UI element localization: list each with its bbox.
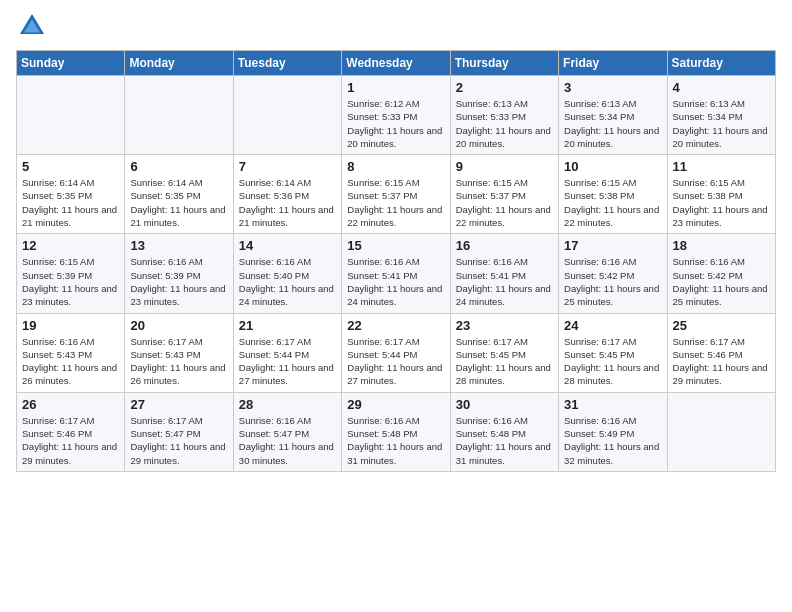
calendar-cell: 19Sunrise: 6:16 AMSunset: 5:43 PMDayligh… bbox=[17, 313, 125, 392]
day-number: 7 bbox=[239, 159, 336, 174]
day-info: Sunrise: 6:16 AMSunset: 5:42 PMDaylight:… bbox=[564, 255, 661, 308]
calendar-cell: 13Sunrise: 6:16 AMSunset: 5:39 PMDayligh… bbox=[125, 234, 233, 313]
calendar-cell: 25Sunrise: 6:17 AMSunset: 5:46 PMDayligh… bbox=[667, 313, 775, 392]
calendar-table: SundayMondayTuesdayWednesdayThursdayFrid… bbox=[16, 50, 776, 472]
calendar-week-3: 12Sunrise: 6:15 AMSunset: 5:39 PMDayligh… bbox=[17, 234, 776, 313]
day-number: 1 bbox=[347, 80, 444, 95]
calendar-cell: 5Sunrise: 6:14 AMSunset: 5:35 PMDaylight… bbox=[17, 155, 125, 234]
day-number: 27 bbox=[130, 397, 227, 412]
day-number: 24 bbox=[564, 318, 661, 333]
calendar-cell: 31Sunrise: 6:16 AMSunset: 5:49 PMDayligh… bbox=[559, 392, 667, 471]
day-number: 18 bbox=[673, 238, 770, 253]
calendar-cell: 20Sunrise: 6:17 AMSunset: 5:43 PMDayligh… bbox=[125, 313, 233, 392]
day-number: 4 bbox=[673, 80, 770, 95]
calendar-week-5: 26Sunrise: 6:17 AMSunset: 5:46 PMDayligh… bbox=[17, 392, 776, 471]
day-number: 15 bbox=[347, 238, 444, 253]
calendar-cell: 23Sunrise: 6:17 AMSunset: 5:45 PMDayligh… bbox=[450, 313, 558, 392]
day-number: 5 bbox=[22, 159, 119, 174]
day-number: 10 bbox=[564, 159, 661, 174]
day-info: Sunrise: 6:15 AMSunset: 5:38 PMDaylight:… bbox=[673, 176, 770, 229]
day-info: Sunrise: 6:17 AMSunset: 5:43 PMDaylight:… bbox=[130, 335, 227, 388]
calendar-cell: 14Sunrise: 6:16 AMSunset: 5:40 PMDayligh… bbox=[233, 234, 341, 313]
day-number: 9 bbox=[456, 159, 553, 174]
day-info: Sunrise: 6:16 AMSunset: 5:40 PMDaylight:… bbox=[239, 255, 336, 308]
day-number: 28 bbox=[239, 397, 336, 412]
calendar-cell: 27Sunrise: 6:17 AMSunset: 5:47 PMDayligh… bbox=[125, 392, 233, 471]
weekday-header-thursday: Thursday bbox=[450, 51, 558, 76]
weekday-header-row: SundayMondayTuesdayWednesdayThursdayFrid… bbox=[17, 51, 776, 76]
day-info: Sunrise: 6:12 AMSunset: 5:33 PMDaylight:… bbox=[347, 97, 444, 150]
day-number: 21 bbox=[239, 318, 336, 333]
weekday-header-wednesday: Wednesday bbox=[342, 51, 450, 76]
calendar-cell bbox=[125, 76, 233, 155]
day-info: Sunrise: 6:16 AMSunset: 5:48 PMDaylight:… bbox=[347, 414, 444, 467]
day-info: Sunrise: 6:16 AMSunset: 5:49 PMDaylight:… bbox=[564, 414, 661, 467]
weekday-header-tuesday: Tuesday bbox=[233, 51, 341, 76]
day-info: Sunrise: 6:17 AMSunset: 5:44 PMDaylight:… bbox=[239, 335, 336, 388]
day-number: 22 bbox=[347, 318, 444, 333]
day-number: 3 bbox=[564, 80, 661, 95]
calendar-cell: 22Sunrise: 6:17 AMSunset: 5:44 PMDayligh… bbox=[342, 313, 450, 392]
day-info: Sunrise: 6:14 AMSunset: 5:36 PMDaylight:… bbox=[239, 176, 336, 229]
calendar-cell: 21Sunrise: 6:17 AMSunset: 5:44 PMDayligh… bbox=[233, 313, 341, 392]
day-info: Sunrise: 6:16 AMSunset: 5:42 PMDaylight:… bbox=[673, 255, 770, 308]
day-number: 8 bbox=[347, 159, 444, 174]
day-info: Sunrise: 6:15 AMSunset: 5:37 PMDaylight:… bbox=[347, 176, 444, 229]
day-number: 14 bbox=[239, 238, 336, 253]
calendar-cell: 12Sunrise: 6:15 AMSunset: 5:39 PMDayligh… bbox=[17, 234, 125, 313]
day-info: Sunrise: 6:14 AMSunset: 5:35 PMDaylight:… bbox=[130, 176, 227, 229]
calendar-cell: 18Sunrise: 6:16 AMSunset: 5:42 PMDayligh… bbox=[667, 234, 775, 313]
calendar-cell bbox=[667, 392, 775, 471]
calendar-cell: 2Sunrise: 6:13 AMSunset: 5:33 PMDaylight… bbox=[450, 76, 558, 155]
day-number: 23 bbox=[456, 318, 553, 333]
day-number: 26 bbox=[22, 397, 119, 412]
day-number: 12 bbox=[22, 238, 119, 253]
calendar-week-4: 19Sunrise: 6:16 AMSunset: 5:43 PMDayligh… bbox=[17, 313, 776, 392]
calendar-cell: 9Sunrise: 6:15 AMSunset: 5:37 PMDaylight… bbox=[450, 155, 558, 234]
day-number: 31 bbox=[564, 397, 661, 412]
weekday-header-monday: Monday bbox=[125, 51, 233, 76]
day-number: 2 bbox=[456, 80, 553, 95]
day-info: Sunrise: 6:14 AMSunset: 5:35 PMDaylight:… bbox=[22, 176, 119, 229]
calendar-cell: 17Sunrise: 6:16 AMSunset: 5:42 PMDayligh… bbox=[559, 234, 667, 313]
calendar-cell: 4Sunrise: 6:13 AMSunset: 5:34 PMDaylight… bbox=[667, 76, 775, 155]
day-number: 17 bbox=[564, 238, 661, 253]
day-info: Sunrise: 6:17 AMSunset: 5:47 PMDaylight:… bbox=[130, 414, 227, 467]
calendar-cell: 10Sunrise: 6:15 AMSunset: 5:38 PMDayligh… bbox=[559, 155, 667, 234]
day-info: Sunrise: 6:15 AMSunset: 5:39 PMDaylight:… bbox=[22, 255, 119, 308]
calendar-cell: 3Sunrise: 6:13 AMSunset: 5:34 PMDaylight… bbox=[559, 76, 667, 155]
weekday-header-friday: Friday bbox=[559, 51, 667, 76]
calendar-cell: 15Sunrise: 6:16 AMSunset: 5:41 PMDayligh… bbox=[342, 234, 450, 313]
weekday-header-sunday: Sunday bbox=[17, 51, 125, 76]
day-number: 19 bbox=[22, 318, 119, 333]
logo bbox=[16, 10, 52, 42]
day-info: Sunrise: 6:13 AMSunset: 5:34 PMDaylight:… bbox=[564, 97, 661, 150]
day-number: 30 bbox=[456, 397, 553, 412]
calendar-cell: 16Sunrise: 6:16 AMSunset: 5:41 PMDayligh… bbox=[450, 234, 558, 313]
calendar-week-1: 1Sunrise: 6:12 AMSunset: 5:33 PMDaylight… bbox=[17, 76, 776, 155]
day-info: Sunrise: 6:16 AMSunset: 5:39 PMDaylight:… bbox=[130, 255, 227, 308]
page: SundayMondayTuesdayWednesdayThursdayFrid… bbox=[0, 0, 792, 612]
day-number: 20 bbox=[130, 318, 227, 333]
calendar-cell: 24Sunrise: 6:17 AMSunset: 5:45 PMDayligh… bbox=[559, 313, 667, 392]
day-number: 25 bbox=[673, 318, 770, 333]
calendar-cell bbox=[233, 76, 341, 155]
calendar-cell: 26Sunrise: 6:17 AMSunset: 5:46 PMDayligh… bbox=[17, 392, 125, 471]
calendar-cell: 11Sunrise: 6:15 AMSunset: 5:38 PMDayligh… bbox=[667, 155, 775, 234]
calendar-cell: 8Sunrise: 6:15 AMSunset: 5:37 PMDaylight… bbox=[342, 155, 450, 234]
calendar-cell: 6Sunrise: 6:14 AMSunset: 5:35 PMDaylight… bbox=[125, 155, 233, 234]
day-info: Sunrise: 6:17 AMSunset: 5:46 PMDaylight:… bbox=[22, 414, 119, 467]
calendar-cell: 29Sunrise: 6:16 AMSunset: 5:48 PMDayligh… bbox=[342, 392, 450, 471]
day-info: Sunrise: 6:17 AMSunset: 5:45 PMDaylight:… bbox=[456, 335, 553, 388]
day-number: 6 bbox=[130, 159, 227, 174]
calendar-cell: 30Sunrise: 6:16 AMSunset: 5:48 PMDayligh… bbox=[450, 392, 558, 471]
day-info: Sunrise: 6:16 AMSunset: 5:41 PMDaylight:… bbox=[347, 255, 444, 308]
day-number: 11 bbox=[673, 159, 770, 174]
day-number: 29 bbox=[347, 397, 444, 412]
day-info: Sunrise: 6:17 AMSunset: 5:45 PMDaylight:… bbox=[564, 335, 661, 388]
day-number: 16 bbox=[456, 238, 553, 253]
day-info: Sunrise: 6:16 AMSunset: 5:47 PMDaylight:… bbox=[239, 414, 336, 467]
calendar-cell: 1Sunrise: 6:12 AMSunset: 5:33 PMDaylight… bbox=[342, 76, 450, 155]
calendar-cell: 7Sunrise: 6:14 AMSunset: 5:36 PMDaylight… bbox=[233, 155, 341, 234]
day-number: 13 bbox=[130, 238, 227, 253]
